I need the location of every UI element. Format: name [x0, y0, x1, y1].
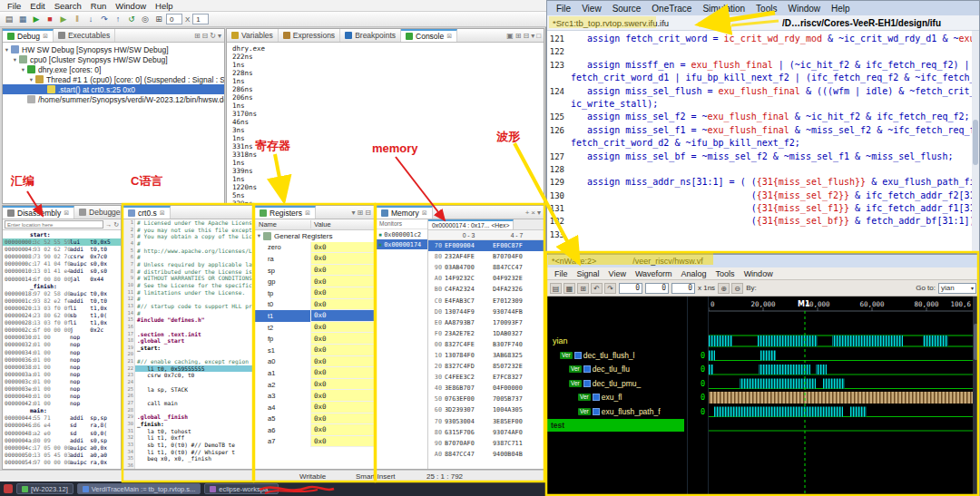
toolbar-field-2[interactable]: 1: [192, 14, 209, 24]
memory-row[interactable]: 80 232AF4FE B70704F0: [428, 251, 544, 262]
disassembly-line[interactable]: 00000054:97 00 00 00auipc ra,0x: [3, 459, 121, 466]
close-icon[interactable]: ⊠: [43, 33, 48, 40]
editor-line[interactable]: 16: [123, 324, 252, 331]
memory-row[interactable]: 20 8327C4FD 8507232E: [428, 361, 544, 372]
disassembly-line[interactable]: 00000036:01 00nop: [3, 356, 121, 364]
menu-item[interactable]: OneTrace: [646, 4, 697, 14]
nwave-toolbar-icon[interactable]: ↶: [591, 283, 603, 294]
scrollbar-thumb[interactable]: [974, 324, 978, 360]
menu-item[interactable]: Signal: [573, 269, 604, 278]
restart-icon[interactable]: ↺: [125, 14, 138, 25]
editor-line[interactable]: 17 .section .text.init: [123, 331, 252, 338]
editor-line[interactable]: 6 #: [123, 254, 252, 261]
memory-row[interactable]: 90 03AB4700 8847CC47: [428, 262, 544, 273]
panel-toolbar-icon[interactable]: ▾: [218, 32, 221, 40]
debug-tree-item[interactable]: ▾ Thread #1 1 (cpu0) [core: 0] (Suspende…: [3, 74, 224, 84]
memory-row[interactable]: F0 23A2E7E2 1DAB0327: [428, 328, 544, 339]
debug-tree-item[interactable]: ▾ dhry.exe [cores: 0]: [3, 64, 224, 74]
menu-item[interactable]: File: [551, 4, 576, 14]
tab-crt0s[interactable]: crt0.s ⊠: [123, 206, 171, 219]
disassembly-line[interactable]: 00000040:01 00nop: [3, 393, 121, 400]
menu-item[interactable]: View: [604, 269, 631, 278]
close-icon[interactable]: ⊠: [305, 209, 310, 217]
editor-line[interactable]: 4 #: [123, 240, 252, 248]
register-row[interactable]: a1 0x0: [255, 367, 374, 379]
menu-item[interactable]: Help: [151, 1, 178, 11]
editor-line[interactable]: 8 # distributed under the License is: [123, 268, 252, 276]
run-icon[interactable]: ▶: [30, 14, 43, 25]
taskbar-button-verditrace[interactable]: VerdiTraceMain := tb_top.rvtop.s...: [77, 483, 201, 494]
memory-row[interactable]: 40 3E86B707 04F00000: [428, 383, 544, 394]
register-row[interactable]: a0 0x0: [255, 356, 374, 368]
editor-line[interactable]: 10 # See the License for the specific: [123, 282, 252, 289]
memory-row[interactable]: E0 AA8793B7 170093F7: [428, 317, 544, 328]
memory-row[interactable]: B0 C4FA2324 D4FA2326: [428, 284, 544, 295]
disassembly-line[interactable]: 00000018:97 02 58 d0auipc t0,0x: [3, 290, 121, 297]
menu-item[interactable]: Source: [607, 4, 647, 14]
panel-toolbar-icon[interactable]: ↻: [210, 32, 216, 40]
editor-line[interactable]: 3 # You may obtain a copy of the Lice: [123, 233, 252, 240]
close-icon[interactable]: ⊠: [446, 33, 452, 40]
memory-monitor[interactable]: 0x000001c2: [377, 229, 427, 239]
memory-row[interactable]: A0 8847CC47 9400B04B: [428, 449, 544, 460]
step-over-icon[interactable]: ↷: [98, 14, 111, 25]
signal-row[interactable]: yian: [553, 335, 568, 347]
tab-registers[interactable]: Registers⊠: [255, 206, 316, 219]
disassembly-line[interactable]: 00000000:3c 52 55 59lui t0,0x5: [3, 238, 121, 246]
tab-breakpoints[interactable]: Breakpoints: [340, 29, 401, 42]
memory-row[interactable]: 10 130784F0 3AB68325: [428, 350, 544, 361]
menu-item[interactable]: Window: [740, 269, 778, 278]
twisty-icon[interactable]: ▾: [11, 56, 19, 63]
location-action-icon[interactable]: ↻: [113, 221, 119, 229]
disassembly-line[interactable]: 00000050:13 05 45 03addi a0,a0: [3, 452, 121, 459]
zoom-icon[interactable]: ⊖: [731, 283, 743, 294]
editor-line[interactable]: 20: [123, 351, 252, 358]
editor-line[interactable]: 13 #// startup code to support HLL pr: [123, 303, 252, 310]
register-row[interactable]: tp 0x0: [255, 287, 374, 299]
editor-line[interactable]: 12 #: [123, 296, 252, 303]
disassembly-line[interactable]: _finish:: [3, 283, 121, 290]
disassembly-line[interactable]: 00000034:01 00nop: [3, 349, 121, 356]
register-row[interactable]: zero 0x0: [255, 242, 374, 254]
disassembly-line[interactable]: 00000024:23 80 62 00sb t1,0(: [3, 312, 121, 319]
panel-toolbar-icon[interactable]: ⊟: [202, 32, 209, 40]
register-row[interactable]: gp 0x0: [255, 276, 374, 287]
menu-item[interactable]: Run: [86, 1, 111, 11]
menu-item[interactable]: Window: [782, 4, 826, 14]
register-row[interactable]: fp 0x0: [255, 333, 374, 345]
editor-line[interactable]: 28: [123, 407, 252, 414]
tab-debugger-console[interactable]: Debugger Con: [74, 206, 121, 219]
signal-row[interactable]: Verdec_tlu_flush_l: [560, 349, 634, 362]
editor-line[interactable]: 7 # Unless required by applicable law: [123, 261, 252, 268]
close-icon[interactable]: ⊠: [64, 209, 69, 217]
disassembly-line[interactable]: 00000028:13 03 f0 0fli t1,0x: [3, 319, 121, 326]
register-row[interactable]: a2 0x0: [255, 379, 374, 391]
memory-row[interactable]: A0 14F9232C 04F9232E: [428, 273, 544, 284]
menu-item[interactable]: File: [3, 1, 25, 11]
nwave-titlebar[interactable]: *<nWave:2> /veer_riscv/hwsw.vf: [547, 255, 979, 267]
panel-toolbar-icon[interactable]: ⊟: [523, 32, 529, 40]
panel-toolbar-icon[interactable]: ×: [531, 209, 535, 217]
editor-line[interactable]: 5 # http://www.apache.org/licenses/LI: [123, 248, 252, 255]
disassembly-line[interactable]: 0000003a:01 00nop: [3, 371, 121, 378]
tab-expressions[interactable]: Expressions: [279, 29, 340, 42]
suspend-icon[interactable]: ‖: [71, 14, 83, 25]
search-icon[interactable]: ◎: [139, 14, 152, 25]
memory-row[interactable]: D0 130744F9 930744FB: [428, 306, 544, 317]
disassembly-line[interactable]: 0000003e:01 00nop: [3, 385, 121, 393]
panel-toolbar-icon[interactable]: ▣: [506, 32, 514, 40]
register-row[interactable]: a5 0x0: [255, 413, 374, 425]
disassembly-line[interactable]: start:: [3, 231, 121, 238]
memory-monitor[interactable]: 0x00000174: [377, 239, 427, 249]
memory-row[interactable]: 50 0763EF00 7005B737: [428, 394, 544, 404]
memory-row[interactable]: 60 3D239307 1004A305: [428, 404, 544, 415]
debug-tree-item[interactable]: /home/summer/Synopsys/verdi/W-2023.12/bi…: [3, 94, 224, 104]
menu-item[interactable]: Search: [50, 1, 86, 11]
panel-toolbar-icon[interactable]: ⊞: [358, 209, 364, 217]
menu-item[interactable]: File: [550, 269, 573, 278]
source-tab-label[interactable]: *Src1:tb_top.rvtop.swerv.ifu.ifu: [553, 18, 669, 28]
tab-debug[interactable]: Debug⊠: [3, 29, 54, 42]
memory-row[interactable]: 70 EF009004 EF00C87F: [428, 240, 544, 251]
open-view-icon[interactable]: ⊞: [152, 14, 165, 25]
editor-line[interactable]: 2 # you may not use this file except: [123, 227, 252, 234]
